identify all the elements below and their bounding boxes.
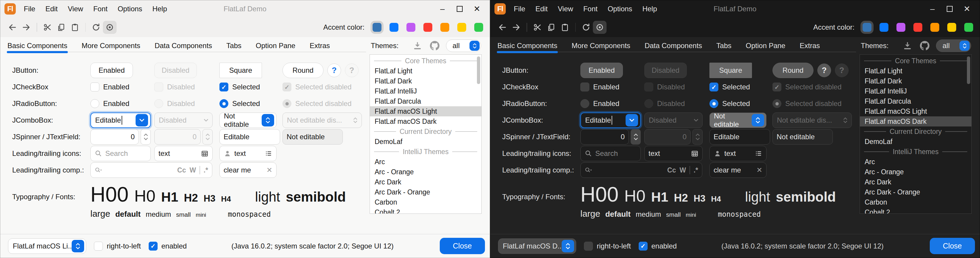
scrollbar[interactable] [477, 56, 480, 212]
whole-words-button[interactable]: W [679, 166, 686, 174]
accent-swatch-green[interactable] [964, 23, 973, 32]
theme-item[interactable]: FlatLaf Dark [860, 76, 971, 86]
right-to-left-checkbox[interactable]: right-to-left [584, 242, 631, 250]
text-input-user[interactable]: text [220, 146, 277, 161]
list-icon[interactable] [755, 150, 762, 157]
theme-item[interactable]: Arc [370, 157, 481, 167]
tab-extras[interactable]: Extras [799, 37, 820, 54]
github-icon[interactable] [920, 41, 929, 51]
enabled-checkbox[interactable]: ✓enabled [639, 242, 677, 250]
chevron-up-down-icon[interactable] [752, 114, 764, 127]
menu-file[interactable]: File [19, 0, 40, 17]
copy-icon[interactable] [544, 21, 558, 34]
close-button[interactable]: Close [930, 238, 975, 254]
radio-selected[interactable]: Selected [220, 99, 260, 108]
close-button[interactable]: Close [440, 238, 485, 254]
search-input-with-options[interactable]: CcW.* [91, 162, 212, 178]
scrollbar-thumb[interactable] [967, 56, 970, 84]
combobox-editable[interactable]: Editable [581, 112, 641, 128]
menu-file[interactable]: File [509, 0, 530, 17]
search-input[interactable]: Search [91, 146, 151, 161]
copy-icon[interactable] [54, 21, 68, 34]
theme-item-selected[interactable]: FlatLaf macOS Light [370, 106, 481, 116]
square-button[interactable]: Square [220, 63, 262, 78]
theme-item[interactable]: Arc - Orange [860, 167, 971, 177]
text-input-calendar[interactable]: text [644, 146, 703, 161]
combobox-editable[interactable]: Editable [91, 112, 151, 128]
theme-item[interactable]: FlatLaf macOS Light [860, 106, 971, 116]
theme-item[interactable]: Carbon [860, 197, 971, 207]
close-window-button[interactable]: ✕ [958, 2, 975, 16]
tab-option-pane[interactable]: Option Pane [255, 37, 296, 54]
chevron-up-down-icon[interactable] [262, 114, 274, 127]
accent-swatch-blue[interactable] [390, 23, 398, 32]
enabled-checkbox[interactable]: ✓enabled [149, 242, 187, 250]
tab-extras[interactable]: Extras [309, 37, 330, 54]
clear-icon[interactable]: ✕ [266, 166, 272, 174]
right-to-left-checkbox[interactable]: right-to-left [94, 242, 141, 250]
radio-enabled[interactable]: Enabled [581, 99, 619, 108]
tab-more-components[interactable]: More Components [81, 37, 141, 54]
menu-view[interactable]: View [63, 0, 88, 17]
menu-edit[interactable]: Edit [530, 0, 553, 17]
scrollbar-thumb[interactable] [477, 56, 480, 84]
calendar-icon[interactable] [691, 150, 698, 157]
enabled-button[interactable]: Enabled [91, 63, 133, 78]
calendar-icon[interactable] [201, 150, 208, 157]
regex-button[interactable]: .* [694, 166, 698, 174]
menu-font[interactable]: Font [578, 0, 603, 17]
show-hidden-toggle-icon[interactable] [593, 21, 606, 34]
clearable-input[interactable]: clear me✕ [220, 162, 277, 178]
spinner-arrows[interactable] [631, 129, 641, 145]
spinner-field[interactable]: 0 [581, 129, 629, 145]
text-input-user[interactable]: text [710, 146, 767, 161]
theme-item[interactable]: Arc Dark [370, 177, 481, 187]
checkbox-icon[interactable] [94, 242, 103, 250]
menu-options[interactable]: Options [603, 0, 638, 17]
textfield-editable[interactable]: Editable [710, 129, 770, 145]
tab-data-components[interactable]: Data Components [644, 37, 703, 54]
theme-item[interactable]: Arc - Orange [370, 167, 481, 177]
download-icon[interactable] [413, 41, 422, 51]
menu-view[interactable]: View [553, 0, 578, 17]
theme-item[interactable]: FlatLaf Darcula [370, 96, 481, 106]
forward-icon[interactable] [19, 21, 33, 34]
theme-item[interactable]: DemoLaf [370, 136, 481, 147]
search-input-with-options[interactable]: CcW.* [581, 162, 702, 178]
maximize-button[interactable] [451, 2, 468, 16]
accent-swatch-orange[interactable] [930, 23, 939, 32]
menu-options[interactable]: Options [113, 0, 148, 17]
menu-help[interactable]: Help [147, 0, 172, 17]
chevron-up-down-icon[interactable] [959, 41, 970, 51]
theme-item[interactable]: Cobalt 2 [370, 207, 481, 214]
spinner-arrows[interactable] [141, 129, 151, 145]
minimize-button[interactable]: – [434, 2, 451, 16]
chevron-up-down-icon[interactable] [562, 240, 574, 252]
theme-item[interactable]: FlatLaf IntelliJ [370, 86, 481, 96]
accent-swatch-yellow[interactable] [457, 23, 466, 32]
scrollbar[interactable] [967, 56, 970, 212]
menu-edit[interactable]: Edit [40, 0, 63, 17]
accent-swatch-green[interactable] [474, 23, 483, 32]
tab-basic-components[interactable]: Basic Components [7, 37, 68, 54]
themes-filter-combo[interactable]: all [446, 40, 481, 52]
tab-basic-components[interactable]: Basic Components [497, 37, 558, 54]
checkbox-selected[interactable]: ✓Selected [220, 82, 260, 92]
square-button[interactable]: Square [710, 63, 752, 78]
checkbox-checked-icon[interactable]: ✓ [710, 82, 718, 92]
accent-swatch-blue[interactable] [880, 23, 888, 32]
accent-swatch-purple[interactable] [406, 23, 415, 32]
help-button[interactable]: ? [817, 63, 831, 77]
combobox-not-editable[interactable]: Not editable [710, 112, 767, 128]
checkbox-enabled[interactable]: Enabled [91, 82, 129, 92]
theme-item[interactable]: FlatLaf IntelliJ [860, 86, 971, 96]
checkbox-icon[interactable] [584, 242, 593, 250]
theme-switcher-combo[interactable]: FlatLaf macOS D... [498, 238, 576, 254]
chevron-up-down-icon[interactable] [469, 41, 480, 51]
theme-item[interactable]: Arc Dark [860, 177, 971, 187]
github-icon[interactable] [430, 41, 439, 51]
accent-swatch-default-blue[interactable] [372, 23, 382, 32]
theme-item[interactable]: DemoLaf [860, 136, 971, 147]
chevron-down-icon[interactable] [135, 114, 148, 127]
theme-item[interactable]: Arc [860, 157, 971, 167]
